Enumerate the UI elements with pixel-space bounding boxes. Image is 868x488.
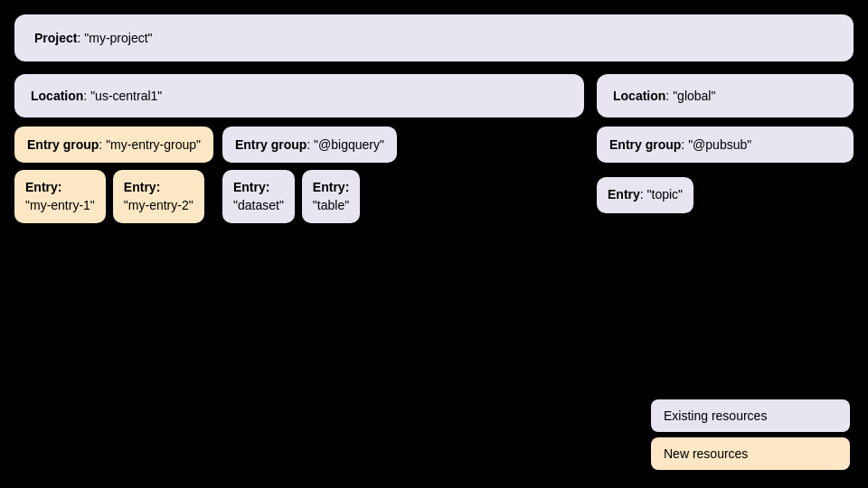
e-value-2a: "dataset" — [233, 198, 284, 212]
eg-value-1: "my-entry-group" — [106, 137, 201, 152]
entry-group-my-entry-group: Entry group: "my-entry-group" Entry: "my… — [14, 127, 213, 223]
middle-row: Location: "us-central1" Entry group: "my… — [14, 74, 854, 223]
e-value-2b: "table" — [313, 198, 349, 212]
legend-box-existing: Existing resources — [651, 399, 850, 432]
entry-group-box-my-entry-group: Entry group: "my-entry-group" — [14, 127, 213, 163]
eg-value-2: "@bigquery" — [314, 137, 384, 152]
legend: Existing resources New resources — [651, 399, 850, 470]
entry-table: Entry: "table" — [302, 170, 360, 223]
eg-label-1: Entry group — [27, 137, 99, 152]
e-value-1b: "my-entry-2" — [124, 198, 193, 212]
e-label-2b: Entry: — [313, 180, 349, 194]
entry-topic: Entry: "topic" — [597, 177, 693, 213]
e-value-3a: "topic" — [647, 187, 684, 202]
location-value-us: "us-central1" — [90, 89, 162, 103]
location-box-global: Location: "global" — [597, 74, 854, 117]
eg-value-3: "@pubsub" — [688, 137, 751, 152]
entry-my-entry-2: Entry: "my-entry-2" — [113, 170, 204, 223]
entries-row-pubsub: Entry: "topic" — [597, 177, 854, 213]
entry-group-box-pubsub: Entry group: "@pubsub" — [597, 127, 854, 163]
e-label-2a: Entry: — [233, 180, 269, 194]
location-value-global: "global" — [673, 89, 715, 103]
location-col-us-central1: Location: "us-central1" Entry group: "my… — [14, 74, 584, 223]
e-label-1a: Entry: — [25, 180, 61, 194]
legend-new-label: New resources — [664, 446, 748, 461]
entry-group-bigquery: Entry group: "@bigquery" Entry: "dataset… — [222, 127, 397, 223]
location-box-us-central1: Location: "us-central1" — [14, 74, 584, 117]
location-col-global: Location: "global" Entry group: "@pubsub… — [597, 74, 854, 223]
legend-box-new: New resources — [651, 437, 850, 470]
project-value: "my-project" — [84, 31, 152, 45]
entry-groups-row-us: Entry group: "my-entry-group" Entry: "my… — [14, 127, 584, 223]
e-value-1a: "my-entry-1" — [25, 198, 95, 212]
legend-item-existing: Existing resources — [651, 399, 850, 432]
right-entry-area: Entry group: "@pubsub" Entry: "topic" — [597, 127, 854, 213]
entry-dataset: Entry: "dataset" — [222, 170, 295, 223]
eg-label-2: Entry group — [235, 137, 307, 152]
entry-group-box-bigquery: Entry group: "@bigquery" — [222, 127, 397, 163]
legend-item-new: New resources — [651, 437, 850, 470]
entries-row-bigquery: Entry: "dataset" Entry: "table" — [222, 170, 397, 223]
legend-existing-label: Existing resources — [664, 408, 767, 423]
project-box: Project: "my-project" — [14, 14, 854, 61]
project-label: Project — [34, 31, 77, 45]
entry-my-entry-1: Entry: "my-entry-1" — [14, 170, 106, 223]
eg-label-3: Entry group — [609, 137, 681, 152]
e-label-1b: Entry: — [124, 180, 160, 194]
location-label-global: Location — [613, 89, 665, 103]
e-label-3a: Entry — [608, 187, 640, 202]
location-label-us: Location — [31, 89, 83, 103]
entries-row-my-entry-group: Entry: "my-entry-1" Entry: "my-entry-2" — [14, 170, 213, 223]
